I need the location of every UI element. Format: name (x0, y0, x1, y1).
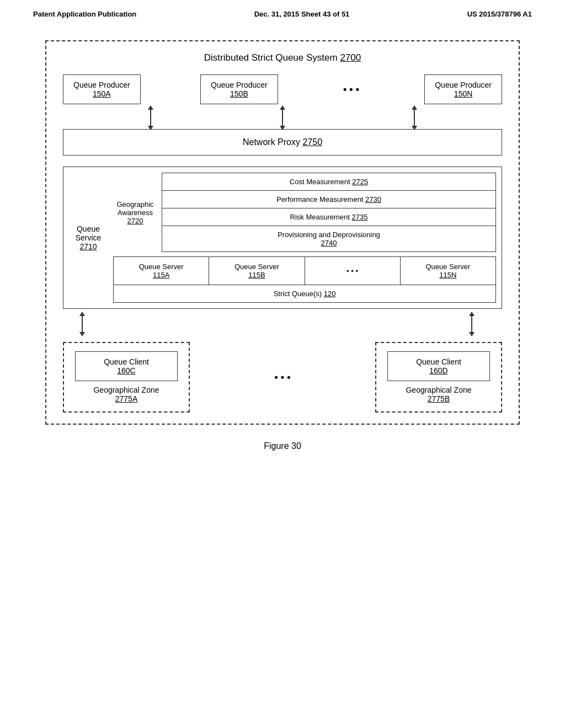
tri-down-right (469, 332, 475, 336)
servers-area: Queue Server 115A Queue Server 115B • • … (113, 256, 496, 303)
measurement-cost: Cost Measurement 2725 (162, 173, 495, 191)
header-center: Dec. 31, 2015 Sheet 43 of 51 (254, 10, 350, 18)
tri-up-n (412, 105, 417, 110)
system-id: 2700 (340, 52, 361, 63)
producer-box-b: Queue Producer 150B (200, 74, 278, 104)
figure-caption: Figure 30 (45, 441, 520, 451)
measurement-performance: Performance Measurement 2730 (162, 191, 495, 208)
producers-row: Queue Producer 150A Queue Producer 150B … (57, 74, 508, 104)
measurement-risk: Risk Measurement 2735 (162, 208, 495, 226)
header-left: Patent Application Publication (33, 10, 136, 18)
diagram-container: Distributed Strict Queue System 2700 Que… (45, 40, 520, 451)
arrow-producer-a (148, 105, 153, 130)
header-right: US 2015/378796 A1 (467, 10, 532, 18)
geo-measurements: GeographicAwareness 2720 Cost Measuremen… (113, 173, 496, 252)
server-dots: • • • (305, 257, 401, 285)
tri-down-n (412, 126, 417, 130)
geographic-label: GeographicAwareness 2720 (113, 173, 157, 252)
producers-dots: • • • (338, 84, 365, 95)
servers-row: Queue Server 115A Queue Server 115B • • … (114, 257, 495, 285)
geo-zone-a: Queue Client 160C Geographical Zone 2775… (63, 342, 190, 413)
queue-service-id: 2710 (79, 242, 97, 251)
measurements-col: Cost Measurement 2725 Performance Measur… (162, 173, 496, 252)
arrow-producer-n (412, 105, 417, 130)
producer-arrows (57, 104, 508, 129)
zone-b-id: 2775B (428, 394, 450, 403)
server-box-b: Queue Server 115B (209, 257, 305, 285)
tri-up-a (148, 105, 153, 110)
producer-box-a: Queue Producer 150A (63, 74, 141, 104)
server-box-n: Queue Server 115N (401, 257, 495, 285)
tri-down-a (148, 126, 153, 130)
measurement-provisioning: Provisioning and Deprovisioning2740 (162, 226, 495, 251)
server-box-a: Queue Server 115A (114, 257, 209, 285)
client-box-c: Queue Client 160C (75, 351, 178, 381)
page-header: Patent Application Publication Dec. 31, … (0, 0, 565, 24)
client-box-d: Queue Client 160D (387, 351, 490, 381)
zone-dots: • • • (190, 342, 375, 413)
geo-zone-b: Queue Client 160D Geographical Zone 2775… (375, 342, 502, 413)
proxy-id: 2750 (302, 137, 322, 147)
zone-boxes-row: Queue Client 160C Geographical Zone 2775… (57, 342, 508, 413)
tri-up-b (280, 105, 285, 110)
proxy-box: Network Proxy 2750 (63, 129, 502, 156)
strict-queue-id: 120 (324, 290, 336, 298)
strict-queue-bar: Strict Queue(s) 120 (114, 285, 495, 302)
service-right: GeographicAwareness 2720 Cost Measuremen… (113, 173, 496, 303)
queue-service-label: QueueService 2710 (69, 173, 108, 303)
tri-down-left (79, 332, 85, 336)
outer-system-box: Distributed Strict Queue System 2700 Que… (45, 40, 520, 425)
geographic-id: 2720 (127, 217, 143, 225)
system-title: Distributed Strict Queue System 2700 (57, 52, 508, 63)
tri-up-right (469, 312, 475, 316)
arrow-to-client-c (79, 312, 85, 336)
producer-box-n: Queue Producer 150N (424, 74, 502, 104)
arrow-producer-b (280, 105, 285, 130)
zone-a-id: 2775A (115, 394, 137, 403)
service-area: QueueService 2710 GeographicAwareness 27… (63, 167, 502, 309)
tri-up-left (79, 312, 85, 316)
tri-down-b (280, 126, 285, 130)
arrow-to-client-d (469, 312, 475, 336)
